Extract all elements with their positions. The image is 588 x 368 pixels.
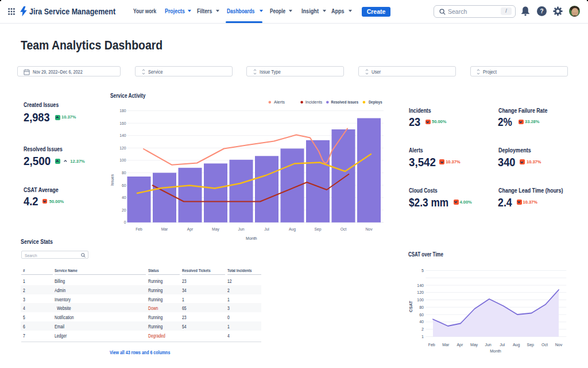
svg-text:40: 40	[122, 195, 126, 200]
svg-text:100: 100	[119, 158, 126, 162]
svg-text:Nov: Nov	[365, 227, 373, 231]
svg-text:Jul: Jul	[500, 343, 505, 347]
svg-text:May: May	[212, 227, 219, 232]
svg-text:Alerts: Alerts	[274, 99, 285, 105]
svg-text:20: 20	[122, 208, 126, 212]
svg-text:Deploys: Deploys	[369, 99, 382, 105]
svg-text:1: 1	[421, 335, 424, 339]
svg-text:140: 140	[119, 133, 126, 137]
svg-text:60: 60	[122, 183, 126, 187]
svg-text:100: 100	[417, 298, 424, 302]
svg-text:Apr: Apr	[457, 343, 463, 347]
svg-text:2: 2	[421, 327, 424, 331]
svg-text:40: 40	[419, 320, 424, 324]
svg-text:5: 5	[421, 269, 424, 273]
svg-text:Jul: Jul	[264, 227, 269, 231]
svg-text:180: 180	[119, 109, 126, 113]
svg-text:Mar: Mar	[161, 227, 168, 231]
svg-text:120: 120	[417, 290, 424, 294]
svg-text:160: 160	[119, 121, 126, 125]
svg-text:80: 80	[419, 305, 424, 309]
svg-text:Jun: Jun	[238, 227, 245, 231]
svg-text:0: 0	[124, 220, 126, 224]
svg-text:Nov: Nov	[555, 343, 563, 347]
svg-text:120: 120	[119, 146, 126, 150]
svg-text:Oct: Oct	[541, 343, 548, 347]
svg-text:May: May	[470, 343, 478, 347]
svg-text:Feb: Feb	[136, 227, 142, 231]
svg-text:Resolved issues: Resolved issues	[331, 99, 359, 105]
svg-text:Sep: Sep	[314, 227, 321, 232]
svg-text:Apr: Apr	[187, 227, 194, 232]
svg-text:Mar: Mar	[442, 343, 450, 347]
svg-text:Feb: Feb	[428, 343, 435, 347]
svg-text:60: 60	[419, 313, 424, 317]
svg-text:Jun: Jun	[485, 343, 491, 347]
svg-text:CSAT: CSAT	[408, 301, 413, 312]
svg-text:Month: Month	[246, 236, 257, 240]
svg-text:Issues: Issues	[110, 174, 114, 186]
svg-text:Month: Month	[490, 349, 501, 353]
svg-text:140: 140	[417, 283, 424, 288]
svg-text:Incidents: Incidents	[305, 99, 323, 105]
svg-text:Aug: Aug	[289, 227, 296, 232]
svg-text:80: 80	[122, 171, 126, 175]
svg-text:Sep: Sep	[527, 343, 535, 347]
svg-text:Oct: Oct	[341, 227, 347, 231]
svg-text:Aug: Aug	[513, 343, 520, 347]
